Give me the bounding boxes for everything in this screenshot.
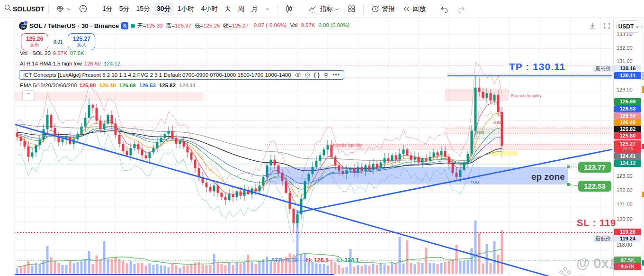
timeframe-天[interactable]: 天 xyxy=(221,2,234,16)
price-axis-label-129.00: 129.00 xyxy=(614,87,641,92)
symbol-legend-row[interactable]: SOL / TetherUS · 30 · Binance K 开=125.33… xyxy=(19,22,349,30)
maximize-pane-icon[interactable] xyxy=(603,22,611,31)
timeframe-1小时[interactable]: 1小时 xyxy=(174,2,198,16)
header-vol-label: Vol xyxy=(290,22,297,29)
divider xyxy=(301,4,301,14)
legend-value: 87.5K xyxy=(70,50,84,56)
sell-button[interactable]: 125.26卖出 xyxy=(21,33,48,50)
price-axis-label-120.00: 120.00 xyxy=(614,216,641,222)
top-toolbar: SOLUSDT 1分5分15分30分1小时4小时天周月 指标 警报 回放 xyxy=(0,0,644,18)
order-block-label: +OB xyxy=(470,180,479,184)
ohlc-item: 高=125.37 xyxy=(166,22,191,29)
replay-label: 回放 xyxy=(412,5,426,13)
symbol-search-button[interactable]: SOLUSDT xyxy=(13,5,45,13)
spread-value: 0.01 xyxy=(54,39,63,45)
drawing-toolbar-collapsed[interactable] xyxy=(0,18,15,276)
chart-style-button[interactable] xyxy=(281,2,297,15)
redo-button[interactable] xyxy=(453,3,468,15)
ep-low-price-pill[interactable]: 122.53 xyxy=(578,181,611,192)
chevron-down-icon xyxy=(335,7,340,11)
source-code-icon[interactable]: { } xyxy=(314,72,320,78)
ict-legend-text: ICT Concepts [LuxAlgo] Present 5 2 10 1 … xyxy=(23,72,291,78)
price-axis-label-125.82: 125.82 xyxy=(614,126,641,133)
collapse-legend-button[interactable]: ⌃ xyxy=(22,90,35,101)
chevron-down-icon xyxy=(635,25,639,29)
timeframe-4小时[interactable]: 4小时 xyxy=(197,2,221,16)
trade-panel: 125.26卖出 0.01 125.27买入 xyxy=(21,33,95,50)
replay-button[interactable]: 回放 xyxy=(399,3,429,15)
price-tag-最高价: 最高价 xyxy=(593,65,613,72)
more-options-icon[interactable]: ••• xyxy=(332,72,340,78)
undo-button[interactable] xyxy=(437,3,452,15)
ohlc-item: 开=125.33 xyxy=(137,22,162,29)
legend-value: 126.69 xyxy=(119,83,136,88)
buyside-liquidity-label: Buyside liquidity xyxy=(511,93,542,98)
timeframe-30分[interactable]: 30分 xyxy=(153,2,174,16)
price-axis-label-126.50: 126.50 xyxy=(614,112,641,120)
timeframe-group: 1分5分15分30分1小时4小时天周月 xyxy=(99,2,261,16)
watermark-text: @ 0x威登君 xyxy=(576,254,644,276)
header-change: -0.07 (-0.06%) xyxy=(252,22,287,29)
price-axis[interactable]: 133.00132.00131.00130.16130.11129.00126.… xyxy=(613,18,642,276)
template-gem-button[interactable] xyxy=(53,3,74,15)
rewind-icon xyxy=(402,5,411,13)
grid-layout-button[interactable] xyxy=(344,2,359,15)
header-vol: 9.57K xyxy=(301,22,315,29)
atr-legend-label: ATR 14 RMA 1.5 high low xyxy=(20,61,82,66)
atr-high-value: H: 126.5 xyxy=(306,257,329,264)
indicators-button[interactable]: 指标 xyxy=(305,2,343,16)
legend-value: 9.57K xyxy=(53,50,67,56)
volume-layer xyxy=(16,210,503,274)
atr-legend-row[interactable]: ATR 14 RMA 1.5 high low 126.50124.12 xyxy=(20,61,120,66)
currency-toggle-button[interactable]: USDT xyxy=(616,20,642,33)
scroll-to-recent-icon[interactable] xyxy=(589,22,596,31)
indicators-label: 指标 xyxy=(320,5,333,13)
price-axis-label-118.00: 118.00 xyxy=(614,242,641,248)
legend-value: 124.12 xyxy=(104,61,120,66)
k-chart-icon[interactable]: K xyxy=(121,22,128,29)
price-tag-最低价: 最低价 xyxy=(593,235,613,242)
ict-concepts-legend-row[interactable]: ICT Concepts [LuxAlgo] Present 5 2 10 1 … xyxy=(19,70,344,80)
settings-icon[interactable] xyxy=(304,72,311,78)
delete-trash-icon[interactable] xyxy=(323,72,329,78)
tp-annotation[interactable]: TP : 130.11 xyxy=(509,61,565,73)
timeframe-15分[interactable]: 15分 xyxy=(133,2,153,16)
price-axis-label-130.11: 130.11 xyxy=(614,72,641,79)
header-vol-change: 0.00 (0.00%) xyxy=(319,22,350,29)
search-icon[interactable] xyxy=(4,4,12,14)
ohlc-item: 收=125.27 xyxy=(224,22,249,29)
gem-icon xyxy=(56,5,64,13)
divider xyxy=(433,4,433,14)
compare-add-button[interactable] xyxy=(75,2,91,15)
price-axis-label-119.26: 119.26 xyxy=(614,229,641,236)
alert-button[interactable]: 警报 xyxy=(367,2,398,15)
price-axis-label-121.00: 121.00 xyxy=(614,202,641,207)
divider xyxy=(48,4,49,14)
buy-button[interactable]: 125.27买入 xyxy=(68,33,95,50)
ema-legend-label: EMA 5/10/20/30/60/200 xyxy=(20,83,77,88)
timeframe-1分[interactable]: 1分 xyxy=(99,2,116,16)
scale-merge-strip[interactable] xyxy=(642,18,644,276)
price-axis-label-131.00: 131.00 xyxy=(614,58,641,64)
timeframe-5分[interactable]: 5分 xyxy=(116,2,133,16)
price-axis-label-126.69: 126.69 xyxy=(614,98,641,105)
volume-legend-row[interactable]: Vol · SOL 20 9.57K87.5K xyxy=(20,50,84,56)
price-axis-label-122.00: 122.00 xyxy=(614,187,641,193)
timeframe-月[interactable]: 月 xyxy=(248,2,261,16)
mss-label: MSS xyxy=(493,120,501,125)
ep-zone-label[interactable]: ep zone xyxy=(531,172,565,182)
ep-high-price-pill[interactable]: 123.77 xyxy=(578,162,611,173)
legend-value: 125.82 xyxy=(159,83,176,88)
symbol-title: SOL / TetherUS · 30 · Binance xyxy=(29,22,119,29)
atr-band-layer xyxy=(17,63,502,241)
chart-canvas[interactable] xyxy=(14,18,613,276)
timeframe-chevron-icon[interactable] xyxy=(262,5,273,13)
volume-legend-label: Vol · SOL 20 xyxy=(20,50,51,56)
sl-annotation[interactable]: SL : 119 xyxy=(577,218,616,229)
legend-value: 126.50 xyxy=(84,61,101,66)
ema-legend-row[interactable]: EMA 5/10/20/30/60/200 125.80126.40126.69… xyxy=(20,83,196,88)
visibility-eye-icon[interactable] xyxy=(295,72,301,78)
market-status-icon xyxy=(131,24,135,28)
solana-logo-icon xyxy=(19,22,27,30)
timeframe-周[interactable]: 周 xyxy=(234,2,248,16)
